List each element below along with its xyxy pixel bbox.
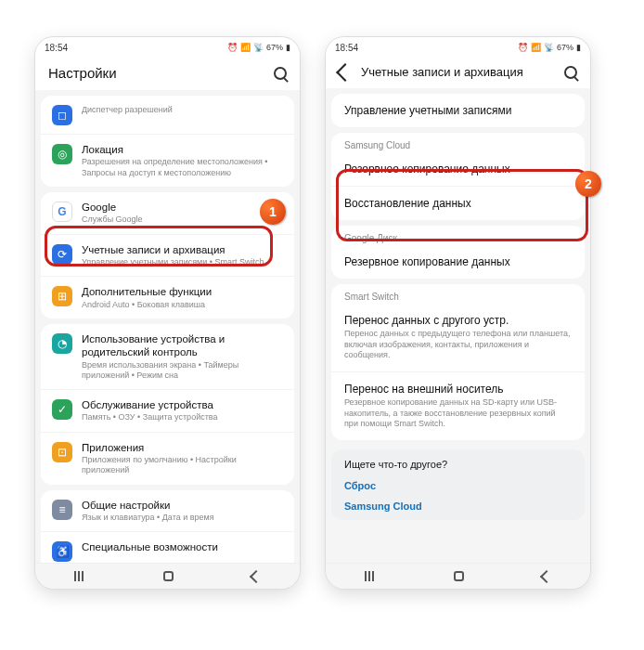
manage-accounts-item[interactable]: Управление учетными записями	[331, 94, 585, 127]
wellbeing-icon: ◔	[52, 333, 72, 354]
accounts-header: Учетные записи и архивация	[326, 58, 590, 88]
list-item[interactable]: ♿ Специальные возможности	[41, 531, 294, 563]
a11y-icon: ♿	[52, 541, 72, 562]
nav-back-icon[interactable]	[540, 569, 553, 582]
list-item[interactable]: ⊞ Дополнительные функции Android Auto • …	[41, 276, 294, 318]
section-label: Samsung Cloud	[331, 133, 585, 152]
google-icon: G	[52, 202, 72, 222]
accounts-list[interactable]: Управление учетными записями Samsung Clo…	[326, 88, 590, 563]
search-icon[interactable]	[274, 67, 287, 80]
nav-recent-icon[interactable]	[365, 571, 376, 581]
search-icon[interactable]	[564, 66, 577, 79]
restore-item[interactable]: Восстановление данных	[331, 186, 585, 220]
phone-left: 18:54 ⏰📶📡67%▮ Настройки ◻ Диспетчер разр…	[35, 37, 300, 589]
samsung-cloud-link[interactable]: Samsung Cloud	[344, 496, 572, 516]
list-item[interactable]: ≡ Общие настройки Язык и клавиатура • Да…	[41, 490, 294, 532]
status-bar: 18:54 ⏰📶📡67%▮	[35, 37, 300, 58]
list-item[interactable]: ◻ Диспетчер разрешений	[41, 96, 294, 134]
howto-title: Ищете что-то другое?	[344, 459, 572, 470]
settings-list[interactable]: ◻ Диспетчер разрешений ◎ Локация Разреше…	[35, 90, 300, 563]
transfer-item[interactable]: Перенос данных с другого устр. Перенос д…	[331, 304, 585, 371]
page-title: Учетные записи и архивация	[361, 65, 555, 79]
list-item[interactable]: ✓ Обслуживание устройства Память • ОЗУ •…	[41, 389, 294, 432]
list-item[interactable]: G Google Службы Google	[41, 192, 294, 234]
nav-bar	[35, 563, 300, 589]
howto-card: Ищете что-то другое? Сброс Samsung Cloud	[331, 449, 585, 520]
nav-bar	[326, 563, 590, 589]
backup-item[interactable]: Резервное копирование данных	[331, 245, 585, 279]
permissions-icon: ◻	[52, 105, 72, 125]
accounts-backup-item[interactable]: ⟳ Учетные записи и архивация Управление …	[41, 234, 294, 277]
reset-link[interactable]: Сброс	[344, 475, 572, 496]
list-item[interactable]: ⊡ Приложения Приложения по умолчанию • Н…	[41, 432, 294, 485]
accounts-icon: ⟳	[52, 244, 72, 265]
external-item[interactable]: Перенос на внешний носитель Резервное ко…	[331, 371, 585, 440]
status-time: 18:54	[335, 43, 358, 53]
status-icons: ⏰📶📡67%▮	[518, 43, 581, 52]
phone-right: 18:54 ⏰📶📡67%▮ Учетные записи и архивация…	[326, 37, 590, 589]
nav-recent-icon[interactable]	[74, 571, 85, 581]
section-label: Smart Switch	[331, 284, 585, 304]
settings-header: Настройки	[35, 58, 300, 90]
nav-home-icon[interactable]	[163, 571, 174, 581]
status-time: 18:54	[45, 43, 68, 53]
nav-home-icon[interactable]	[454, 571, 464, 581]
location-icon: ◎	[52, 144, 72, 164]
status-bar: 18:54 ⏰📶📡67%▮	[326, 37, 590, 58]
backup-item[interactable]: Резервное копирование данных	[331, 152, 585, 186]
nav-back-icon[interactable]	[250, 569, 263, 582]
section-label: Google Диск	[331, 226, 585, 245]
advanced-icon: ⊞	[52, 286, 72, 306]
list-item[interactable]: ◔ Использование устройства и родительски…	[41, 324, 294, 389]
back-icon[interactable]	[336, 63, 354, 82]
general-icon: ≡	[52, 500, 72, 520]
status-icons: ⏰📶📡67%▮	[227, 43, 290, 52]
list-item[interactable]: ◎ Локация Разрешения на определение мест…	[41, 134, 294, 187]
page-title: Настройки	[48, 65, 264, 81]
care-icon: ✓	[52, 399, 72, 420]
apps-icon: ⊡	[52, 442, 72, 462]
